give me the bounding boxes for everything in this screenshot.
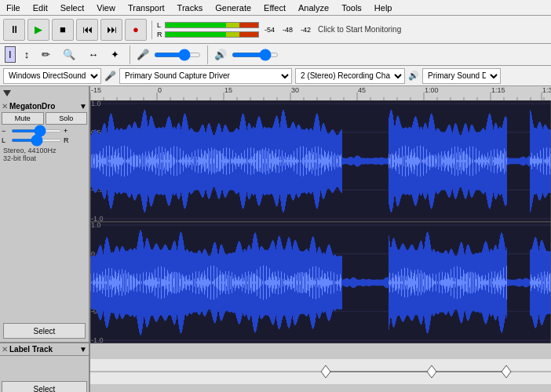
gain-minus: − <box>2 127 9 135</box>
input-device-select[interactable]: Primary Sound Capture Driver <box>119 68 292 84</box>
draw-tool[interactable]: ✏ <box>38 46 54 63</box>
menu-tracks[interactable]: Tracks <box>174 2 206 14</box>
ruler-row <box>0 86 551 100</box>
mic-device-icon: 🎤 <box>104 71 116 82</box>
transport-toolbar: ⏸ ▶ ■ ⏮ ⏭ ● L R -54 -48 -42 Click to Sta… <box>0 16 551 44</box>
track-title-row: ✕ MegatonDro ▼ <box>2 102 87 111</box>
track-bit-depth: 32-bit float <box>3 154 86 162</box>
envelope-tool[interactable]: ↕ <box>20 46 34 63</box>
label-track-canvas <box>90 343 551 392</box>
menu-tools[interactable]: Tools <box>338 2 365 14</box>
gain-plus: + <box>64 127 68 135</box>
timeline-ruler <box>90 86 551 100</box>
label-select-button[interactable]: Select <box>2 381 87 392</box>
tools-sep2 <box>207 45 208 64</box>
gain-slider[interactable] <box>11 129 62 132</box>
vu-row-L: L <box>157 21 259 29</box>
pan-row: L R <box>2 136 87 144</box>
playhead-triangle <box>3 90 11 96</box>
track-select-btn-row: Select <box>2 321 87 340</box>
play-button[interactable]: ▶ <box>27 19 49 41</box>
tracks-area: ✕ MegatonDro ▼ Mute Solo − + L R Stereo,… <box>0 100 551 343</box>
ruler-spacer <box>0 86 90 100</box>
waveform-area <box>90 100 551 343</box>
monitor-label[interactable]: Click to Start Monitoring <box>318 25 401 34</box>
skip-start-button[interactable]: ⏮ <box>76 19 98 41</box>
vu-mark-54: -54 <box>265 26 275 34</box>
vu-bar-L <box>165 22 259 28</box>
menu-transport[interactable]: Transport <box>125 2 168 14</box>
label-track-content <box>90 343 551 392</box>
track-select-button[interactable]: Select <box>3 323 86 339</box>
select-tool[interactable]: I <box>5 46 16 63</box>
track-arrow-button[interactable]: ▼ <box>79 102 87 111</box>
menu-generate[interactable]: Generate <box>212 2 254 14</box>
label-track-header: ✕ Label Track ▼ <box>0 343 89 356</box>
track-close-button[interactable]: ✕ <box>2 102 8 111</box>
tools-toolbar: I ↕ ✏ 🔍 ↔ ✦ 🎤 🔊 <box>0 44 551 66</box>
zoom-tool[interactable]: 🔍 <box>59 46 79 63</box>
speaker-icon: 🔊 <box>214 49 227 60</box>
record-button[interactable]: ● <box>125 19 147 41</box>
mute-button[interactable]: Mute <box>2 112 44 125</box>
menu-edit[interactable]: Edit <box>30 2 51 14</box>
track-sample-rate: Stereo, 44100Hz <box>3 147 86 154</box>
vu-bar-R <box>165 31 259 38</box>
mic-icon: 🎤 <box>137 49 149 60</box>
vu-scale: -54 -48 -42 <box>265 26 311 34</box>
transport-controls: ⏸ ▶ ■ ⏮ ⏭ ● <box>3 19 147 41</box>
audio-track-header: ✕ MegatonDro ▼ Mute Solo − + L R Stereo,… <box>0 100 89 343</box>
track-info: Stereo, 44100Hz 32-bit float <box>2 147 87 162</box>
skip-end-button[interactable]: ⏭ <box>100 19 122 41</box>
vu-meter: L R <box>157 21 259 38</box>
waveform-canvas <box>90 100 551 343</box>
pan-L-label: L <box>2 136 9 144</box>
device-toolbar: Windows DirectSound 🎤 Primary Sound Capt… <box>0 66 551 86</box>
output-volume-slider[interactable] <box>232 53 279 57</box>
vu-L-label: L <box>157 21 163 29</box>
multi-tool[interactable]: ✦ <box>107 46 123 63</box>
stop-button[interactable]: ■ <box>52 19 74 41</box>
menu-analyze[interactable]: Analyze <box>295 2 332 14</box>
vu-mark-48: -48 <box>283 26 293 34</box>
tools-sep1 <box>130 45 130 64</box>
input-volume-slider[interactable] <box>154 53 201 57</box>
label-track-name: Label Track <box>8 345 79 354</box>
timeshift-tool[interactable]: ↔ <box>84 46 102 63</box>
menu-effect[interactable]: Effect <box>261 2 289 14</box>
mute-solo-row: Mute Solo <box>2 112 87 125</box>
label-track-close[interactable]: ✕ <box>2 345 8 354</box>
pause-button[interactable]: ⏸ <box>3 19 25 41</box>
label-track-arrow[interactable]: ▼ <box>79 345 87 354</box>
toolbar-separator <box>151 20 152 39</box>
label-select-row: Select <box>0 378 89 392</box>
pan-slider[interactable] <box>11 139 62 142</box>
vu-row-R: R <box>157 31 259 38</box>
speaker-out-icon: 🔊 <box>408 71 419 81</box>
menu-help[interactable]: Help <box>371 2 396 14</box>
menu-file[interactable]: File <box>3 2 24 14</box>
menu-view[interactable]: View <box>93 2 119 14</box>
ruler-canvas <box>90 86 551 100</box>
label-track-area: ✕ Label Track ▼ Select <box>0 343 551 392</box>
menu-bar: File Edit Select View Transport Tracks G… <box>0 0 551 16</box>
label-track-panel: ✕ Label Track ▼ Select <box>0 343 90 392</box>
menu-select[interactable]: Select <box>57 2 88 14</box>
vu-meter-section: L R -54 -48 -42 Click to Start Monitorin… <box>157 21 401 38</box>
playback-host-select[interactable]: Windows DirectSound <box>3 68 101 84</box>
track-panel: ✕ MegatonDro ▼ Mute Solo − + L R Stereo,… <box>0 100 90 343</box>
vu-R-label: R <box>157 31 163 38</box>
solo-button[interactable]: Solo <box>46 112 88 125</box>
vu-mark-42: -42 <box>301 26 311 34</box>
pan-R-label: R <box>64 136 71 144</box>
track-name: MegatonDro <box>8 102 79 111</box>
output-device-select[interactable]: Primary Sound D... <box>422 68 501 84</box>
channels-select[interactable]: 2 (Stereo) Recording Cha... <box>295 68 405 84</box>
